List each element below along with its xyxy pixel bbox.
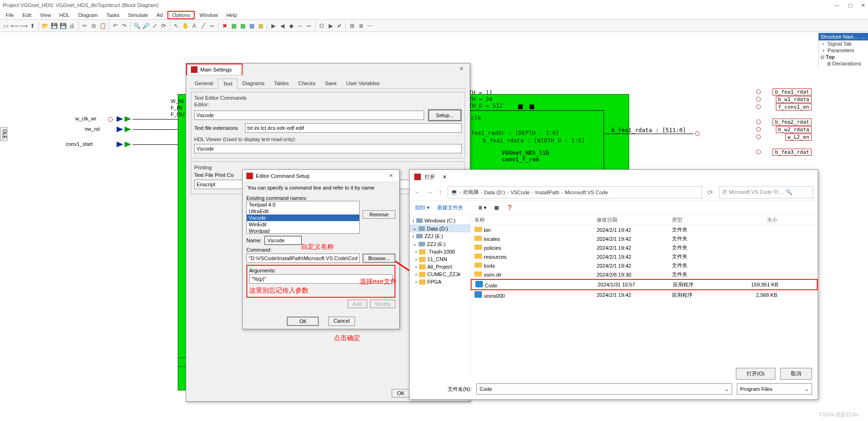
minimize-icon[interactable]: — <box>834 2 839 8</box>
menu-window[interactable]: Window <box>196 12 221 18</box>
layers-icon[interactable]: ≣ <box>357 22 365 30</box>
menu-view[interactable]: View <box>36 12 55 18</box>
bus-icon[interactable]: ═ <box>208 22 216 30</box>
block4-icon[interactable]: ▦ <box>257 22 264 30</box>
setup-button[interactable]: Setup... <box>428 109 462 121</box>
structure-item[interactable]: 🔹Parameters <box>819 47 868 54</box>
copy-icon[interactable]: ⧉ <box>90 22 97 30</box>
file-row[interactable]: resources2024/2/1 19:42文件夹 <box>471 252 818 261</box>
menu-edit[interactable]: Edit <box>19 12 35 18</box>
port-out-icon[interactable]: ◀ <box>278 22 286 30</box>
up-icon[interactable]: ⬆ <box>29 22 36 30</box>
handle-icon[interactable] <box>518 104 523 109</box>
saveall-icon[interactable]: 💾 <box>59 22 67 30</box>
search-input[interactable]: 在 Microsoft VS Code 中…🔍 <box>719 186 813 199</box>
add-button[interactable]: Add <box>347 300 367 308</box>
chevron-down-icon[interactable]: ⌄ <box>725 386 729 392</box>
refresh-icon[interactable]: ⟳ <box>708 189 713 196</box>
command-list[interactable]: Textpad 4.0 UltraEdit Vscode WinEdit Wor… <box>246 201 360 234</box>
help-icon[interactable]: ❓ <box>506 205 513 211</box>
open-icon[interactable]: 📂 <box>41 22 49 30</box>
file-row[interactable]: unins0002024/2/1 19:42应用程序2,568 KB <box>471 290 818 300</box>
menu-options[interactable]: Options <box>167 11 195 19</box>
block-rom[interactable]: w_clk b_fea1_raddr : [DEPTH - 1:0] b_fea… <box>458 110 604 176</box>
find-icon[interactable]: 🔍 <box>133 22 141 30</box>
tab-tables[interactable]: Tables <box>269 79 293 88</box>
nav-back-icon[interactable]: ← <box>414 189 421 196</box>
refresh-icon[interactable]: ⟳ <box>160 22 167 30</box>
sim-icon[interactable]: ▶ <box>327 22 334 30</box>
remove-button[interactable]: Remove <box>363 210 395 219</box>
cursor-icon[interactable]: ↖ <box>173 22 180 30</box>
tree-item[interactable]: ⌄ ZZJ (E:) <box>410 240 470 248</box>
cancel-button[interactable]: Cancel <box>328 317 355 326</box>
editor-input[interactable] <box>194 111 424 120</box>
close-icon[interactable]: ✕ <box>861 2 865 8</box>
more-icon[interactable]: ⋯ <box>366 22 374 30</box>
filter-select[interactable]: Program Files⌄ <box>737 383 812 395</box>
filename-input[interactable]: Code⌄ <box>476 383 732 395</box>
block2-icon[interactable]: ▦ <box>239 22 246 30</box>
nav-forward-icon[interactable]: → <box>426 189 433 196</box>
tab-checks[interactable]: Checks <box>293 79 320 88</box>
cut-icon[interactable]: ✂ <box>81 22 88 30</box>
menu-ad[interactable]: Ad <box>153 12 166 18</box>
file-row[interactable]: xsim.dir2024/2/6 19:30文件夹 <box>471 270 818 279</box>
new-icon[interactable]: ▭ <box>2 22 9 30</box>
structure-item[interactable]: 🔹Signal Tab <box>819 40 868 47</box>
delete-icon[interactable]: ✖ <box>221 22 229 30</box>
hier-icon[interactable]: ⌬ <box>318 22 325 30</box>
list-item[interactable]: Vscode <box>247 214 359 221</box>
port-in-icon[interactable]: ▶ <box>269 22 277 30</box>
zoom-icon[interactable]: 🔎 <box>142 22 150 30</box>
tab-text[interactable]: Text <box>218 79 237 89</box>
menu-file[interactable]: File <box>2 12 18 18</box>
tab-save[interactable]: Save <box>320 79 341 88</box>
tree-item[interactable]: › All_Project <box>410 263 470 270</box>
redo-icon[interactable]: ↷ <box>120 22 128 30</box>
net-icon[interactable]: ╱ <box>199 22 207 30</box>
command-input[interactable] <box>246 254 360 263</box>
ok-button[interactable]: OK <box>287 317 319 326</box>
ok-button[interactable]: OK <box>392 389 410 397</box>
print-icon[interactable]: 🖨 <box>68 22 76 30</box>
organize-button[interactable]: 组织 ▾ <box>415 204 430 211</box>
block-icon[interactable]: ▦ <box>230 22 237 30</box>
check-icon[interactable]: ✔ <box>336 22 343 30</box>
menu-hdl[interactable]: HDL <box>55 12 73 18</box>
menu-tasks[interactable]: Tasks <box>103 12 123 18</box>
folder-tree[interactable]: › Windows (C:) ⌄ Data (D:) › ZZJ (E:) ⌄ … <box>410 215 471 375</box>
ext-input[interactable] <box>245 123 462 133</box>
close-icon[interactable]: ✕ <box>459 66 466 72</box>
file-list[interactable]: 名称 修改日期 类型 大小 bin2024/2/1 19:42文件夹locale… <box>471 215 818 375</box>
file-row[interactable]: locales2024/2/1 19:42文件夹 <box>471 234 818 243</box>
tree-item[interactable]: › .Trash-1000 <box>410 248 470 255</box>
undo-icon[interactable]: ↶ <box>111 22 119 30</box>
port-inout-icon[interactable]: ◆ <box>287 22 295 30</box>
modify-button[interactable]: Modify <box>370 300 395 308</box>
hand-icon[interactable]: ✋ <box>181 22 189 30</box>
newfolder-button[interactable]: 新建文件夹 <box>437 204 463 211</box>
open-button[interactable]: 打开(O) <box>736 368 775 380</box>
name-input[interactable] <box>264 236 302 245</box>
grid-icon[interactable]: ⊞ <box>348 22 356 30</box>
tab-uservars[interactable]: User Variables <box>341 79 384 88</box>
wire-icon[interactable]: ─ <box>296 22 304 30</box>
tree-item[interactable]: › 11_CNN <box>410 255 470 263</box>
file-row[interactable]: policies2024/2/1 19:42文件夹 <box>471 243 818 252</box>
tree-item[interactable]: › ZZJ (E:) <box>410 232 470 240</box>
chevron-down-icon[interactable]: ⌄ <box>805 386 809 392</box>
viewer-input[interactable] <box>194 144 462 153</box>
handle-icon[interactable] <box>529 104 534 109</box>
structure-item[interactable]: ⊞ Declarations <box>819 60 868 67</box>
view-grid-icon[interactable]: ▦ <box>494 205 499 211</box>
structure-item[interactable]: ⊟ Top <box>819 54 868 60</box>
browse-button[interactable]: Browse... <box>363 254 395 263</box>
tree-item[interactable]: ⌄ Data (D:) <box>410 224 470 232</box>
file-row[interactable]: tools2024/2/1 19:42文件夹 <box>471 261 818 270</box>
nav-up-icon[interactable]: ↑ <box>439 189 442 196</box>
file-row[interactable]: Code2024/1/31 10:57应用程序159,951 KB <box>471 279 818 290</box>
tab-general[interactable]: General <box>190 79 218 88</box>
forward-icon[interactable]: ⟶ <box>20 22 27 30</box>
list-item[interactable]: UltraEdit <box>247 208 359 214</box>
